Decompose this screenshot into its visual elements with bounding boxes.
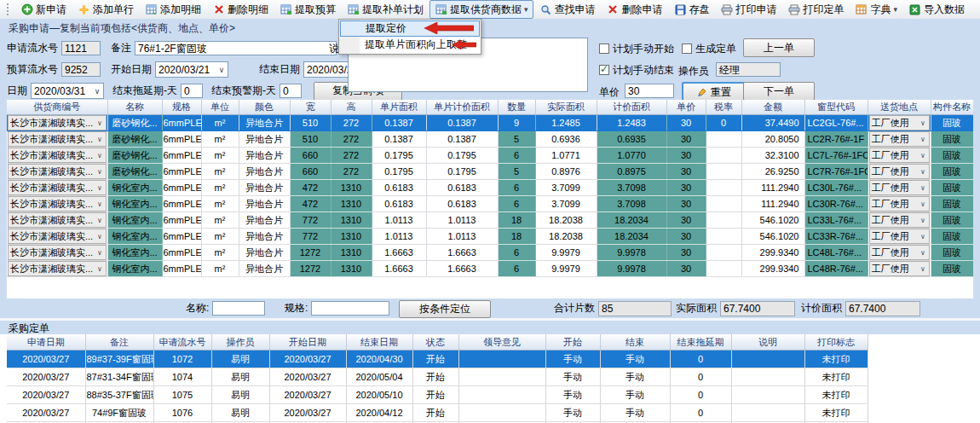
add-detail-button[interactable]: 添加明细	[140, 0, 206, 19]
column-header[interactable]: 备注	[85, 334, 153, 351]
table-row[interactable]: 长沙市潇湘玻璃实...∨钢化室内...6mmPLE...m²异地合片472131…	[7, 196, 973, 212]
delivery-place-combobox-cell[interactable]: 工厂使用∨	[868, 131, 931, 148]
delivery-place-combobox-cell[interactable]: 工厂使用∨	[868, 164, 931, 180]
chevron-down-icon[interactable]: ∨	[918, 217, 929, 224]
column-header[interactable]: 单位	[201, 100, 239, 115]
table-row[interactable]: 长沙市潇湘玻璃实...∨磨砂钢化...6mmPLE...m²异地合片660272…	[7, 148, 973, 164]
delete-detail-button[interactable]: 删除明细	[207, 0, 274, 19]
column-header[interactable]: 状态	[412, 334, 458, 351]
column-header[interactable]: 说明	[731, 334, 804, 351]
column-header[interactable]: 开始	[545, 334, 600, 351]
import-data-button[interactable]: 导入数据	[903, 0, 970, 19]
table-row[interactable]: 2020/03/2787#31-34F窗固玻1074易明2020/03/2720…	[7, 368, 868, 386]
column-header[interactable]: 规格	[162, 100, 201, 115]
delete-request-button[interactable]: 删除申请	[602, 0, 668, 19]
chevron-down-icon[interactable]: ∨	[95, 265, 106, 273]
delivery-place-combobox-cell[interactable]: 工厂使用∨	[868, 115, 931, 131]
chevron-down-icon[interactable]: ∨	[918, 168, 929, 176]
column-header[interactable]: 单片计价面积	[426, 100, 498, 115]
chevron-down-icon[interactable]: ∨	[918, 249, 929, 257]
delivery-place-combobox-cell[interactable]: 工厂使用∨	[868, 245, 931, 261]
make-order-checkbox[interactable]	[682, 43, 692, 54]
column-header[interactable]: 操作员	[211, 334, 269, 351]
chevron-down-icon[interactable]: ∨	[95, 168, 106, 176]
delivery-place-combobox-cell[interactable]: 工厂使用∨	[868, 180, 931, 196]
column-header[interactable]: 开始日期	[269, 334, 346, 351]
delivery-place-combobox-cell[interactable]: 工厂使用∨	[868, 196, 931, 212]
column-header[interactable]: 领导意见	[458, 334, 545, 351]
end-delay-field[interactable]: 0	[181, 84, 203, 98]
save-button[interactable]: 存盘	[669, 0, 715, 19]
previous-order-button[interactable]: 上一单	[743, 38, 815, 57]
spec-filter-input[interactable]	[311, 301, 389, 316]
chevron-down-icon[interactable]: ∨	[95, 200, 106, 208]
delivery-place-combobox-cell[interactable]: 工厂使用∨	[868, 148, 931, 164]
column-header[interactable]: 金额	[741, 100, 804, 115]
column-header[interactable]: 供货商编号	[7, 100, 107, 115]
supplier-combobox-cell[interactable]: 长沙市潇湘玻璃实...∨	[7, 212, 107, 229]
operator-field[interactable]: 经理	[716, 62, 781, 77]
column-header[interactable]: 高	[331, 100, 372, 115]
column-header[interactable]: 窗型代码	[804, 100, 868, 115]
request-no-field[interactable]: 1121	[61, 41, 101, 55]
chevron-down-icon[interactable]: ∨	[918, 184, 929, 192]
print-request-button[interactable]: 打印申请	[716, 0, 782, 19]
column-header[interactable]: 实际面积	[535, 100, 597, 115]
supplier-combobox-cell[interactable]: 长沙市潇湘玻璃实...∨	[7, 164, 107, 180]
chevron-down-icon[interactable]: ∨	[95, 184, 106, 192]
chevron-down-icon[interactable]: ∨	[918, 200, 929, 208]
plan-manual-end-checkbox[interactable]	[599, 65, 609, 75]
extract-supplier-data-button[interactable]: 提取供货商数据▾	[429, 0, 533, 19]
column-header[interactable]: 结束拖延期	[670, 334, 731, 351]
chevron-down-icon[interactable]: ∨	[95, 119, 106, 127]
extract-supplement-plan-button[interactable]: 提取补单计划	[342, 0, 429, 19]
table-row[interactable]: 长沙市潇湘玻璃实...∨钢化室内...6mmPLE...m²异地合片472131…	[7, 180, 973, 196]
chevron-down-icon[interactable]: ∨	[95, 233, 106, 240]
chevron-down-icon[interactable]: ∨	[918, 119, 929, 127]
supplier-combobox-cell[interactable]: 长沙市潇湘玻璃实...∨	[7, 148, 107, 164]
table-row[interactable]: 长沙市潇湘玻璃实...∨钢化室内...6mmPLE...m²异地合片772131…	[7, 229, 973, 245]
add-row-button[interactable]: 添加单行	[72, 0, 139, 19]
column-header[interactable]: 打印标志	[804, 334, 868, 351]
delivery-place-combobox-cell[interactable]: 工厂使用∨	[868, 212, 931, 229]
supplier-combobox-cell[interactable]: 长沙市潇湘玻璃实...∨	[7, 180, 107, 196]
column-header[interactable]: 颜色	[239, 100, 290, 115]
chevron-down-icon[interactable]: ∨	[91, 87, 103, 96]
column-header[interactable]: 名称	[107, 100, 162, 115]
column-header[interactable]: 构件名称	[931, 100, 973, 115]
chevron-down-icon[interactable]: ∨	[95, 136, 106, 143]
next-order-button[interactable]: 下一单	[743, 82, 815, 101]
column-header[interactable]: 申请日期	[7, 334, 85, 351]
delivery-place-combobox-cell[interactable]: 工厂使用∨	[868, 229, 931, 245]
dictionary-button[interactable]: 字典▾	[850, 0, 903, 19]
supplier-combobox-cell[interactable]: 长沙市潇湘玻璃实...∨	[7, 261, 107, 277]
delivery-place-combobox-cell[interactable]: 工厂使用∨	[868, 261, 931, 277]
chevron-down-icon[interactable]: ∨	[918, 152, 929, 159]
chevron-down-icon[interactable]: ∨	[95, 217, 106, 224]
unit-price-field[interactable]: 30	[625, 84, 674, 98]
column-header[interactable]: 税率	[706, 100, 741, 115]
column-header[interactable]: 数量	[498, 100, 535, 115]
extract-budget-button[interactable]: 提取预算	[274, 0, 341, 19]
chevron-down-icon[interactable]: ∨	[918, 265, 929, 273]
supplier-combobox-cell[interactable]: 长沙市潇湘玻璃实...∨	[7, 196, 107, 212]
budget-no-field[interactable]: 9252	[61, 62, 101, 77]
print-order-button[interactable]: 打印定单	[783, 0, 850, 19]
column-header[interactable]: 结束日期	[346, 334, 412, 351]
column-header[interactable]: 送货地点	[868, 100, 931, 115]
locate-by-condition-button[interactable]: 按条件定位	[399, 300, 491, 318]
end-warn-field[interactable]: 0	[280, 84, 302, 98]
plan-manual-start-checkbox[interactable]	[599, 43, 609, 54]
table-row[interactable]: 2020/03/2774#9F窗固玻1076易明2020/03/272020/0…	[7, 404, 868, 422]
start-date-combobox[interactable]: 2020/03/21 ∨	[155, 61, 228, 78]
find-request-button[interactable]: 查找申请	[534, 0, 601, 19]
chevron-down-icon[interactable]: ∨	[918, 136, 929, 143]
supplier-combobox-cell[interactable]: 长沙市潇湘玻璃实...∨	[7, 229, 107, 245]
new-request-button[interactable]: 新申请	[15, 0, 72, 19]
column-header[interactable]: 单片面积	[372, 100, 426, 115]
table-row[interactable]: 长沙市潇湘玻璃实...∨钢化室内...6mmPLE...m²异地合片127213…	[7, 261, 973, 277]
chevron-down-icon[interactable]: ∨	[918, 233, 929, 240]
date-combobox[interactable]: 2020/03/31 ∨	[31, 83, 104, 99]
supplier-combobox-cell[interactable]: 长沙市潇湘玻璃实...∨	[7, 245, 107, 261]
remark-field[interactable]: 76#1-2F窗固玻	[135, 41, 337, 55]
